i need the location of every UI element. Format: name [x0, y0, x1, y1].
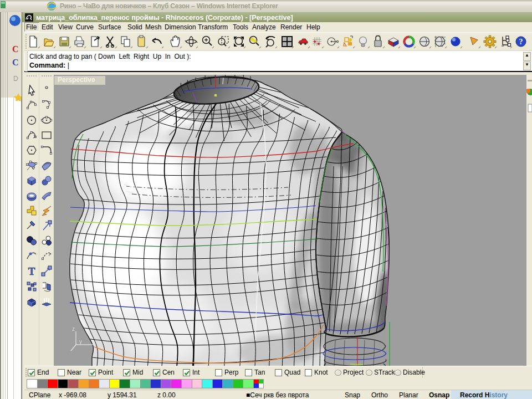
svg-text:C: C: [12, 58, 19, 67]
svg-text:C: C: [12, 44, 19, 54]
svg-text:D: D: [13, 75, 18, 83]
svg-text:?: ?: [519, 38, 523, 46]
svg-text:T: T: [28, 265, 35, 277]
svg-text:z: z: [72, 326, 75, 332]
svg-text:y: y: [79, 339, 82, 345]
